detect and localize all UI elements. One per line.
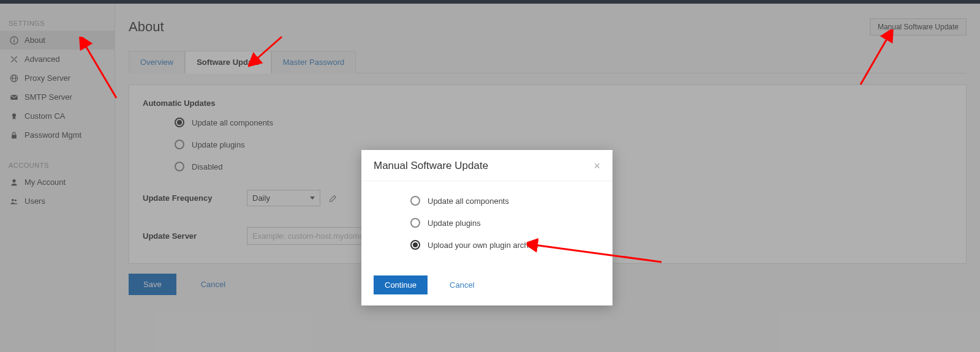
modal-title: Manual Software Update <box>374 160 488 172</box>
modal-radio-update-all[interactable]: Update all components <box>410 196 600 206</box>
modal-radio-update-plugins[interactable]: Update plugins <box>410 218 600 228</box>
modal-close-button[interactable]: × <box>594 160 600 171</box>
radio-icon <box>410 196 420 206</box>
modal-continue-button[interactable]: Continue <box>374 275 428 294</box>
modal-cancel-button[interactable]: Cancel <box>450 280 474 290</box>
radio-icon <box>410 218 420 228</box>
radio-label: Update all components <box>428 197 509 206</box>
modal-radio-upload-archive[interactable]: Upload your own plugin archive <box>410 240 600 250</box>
radio-label: Update plugins <box>428 219 481 228</box>
manual-update-modal: Manual Software Update × Update all comp… <box>361 150 612 305</box>
radio-label: Upload your own plugin archive <box>428 241 538 250</box>
radio-icon <box>410 240 420 250</box>
